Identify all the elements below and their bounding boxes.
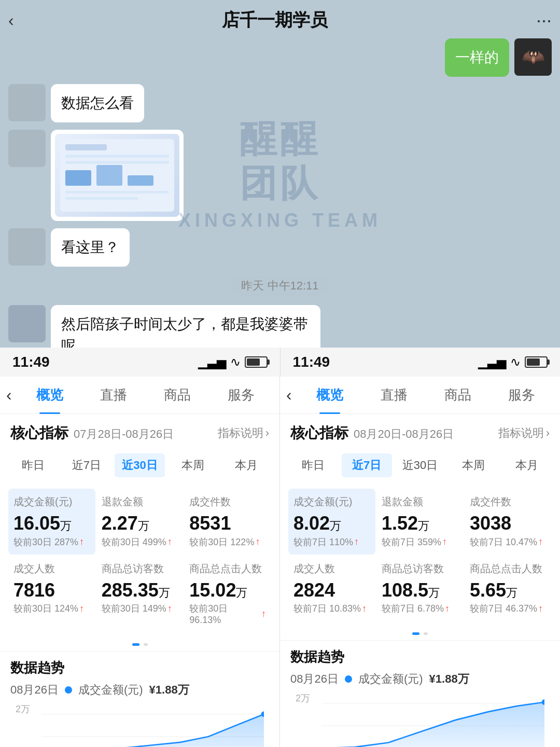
trend-section-left: 数据趋势 08月26日 成交金额(元) ¥1.88万 2万 1.6万 (0, 651, 279, 747)
svg-rect-5 (96, 165, 122, 186)
trend-row-left: 08月26日 成交金额(元) ¥1.88万 (10, 682, 269, 698)
date-btn-30days-left[interactable]: 近30日 (115, 453, 165, 477)
metric-cell-visitors-left: 商品总访客数 285.35万 较前30日 149% ↑ (96, 556, 184, 632)
metric-cell-refund-right: 退款金额 1.52万 较前7日 359% ↑ (376, 489, 464, 555)
tab-overview-right[interactable]: 概览 (298, 377, 362, 414)
screenshot-bubble (51, 130, 184, 221)
chart-y-labels-left: 2万 1.6万 (16, 703, 38, 747)
trend-row-right: 08月26日 成交金额(元) ¥1.88万 (290, 671, 550, 687)
time-left: 11:49 (12, 354, 50, 370)
signal-icon: ▁▃▅ (198, 355, 226, 369)
chart-y-labels-right: 2万 1.6万 (296, 692, 318, 747)
back-icon[interactable]: ‹ (8, 11, 14, 30)
panel-header-info: 核心指标 07月28日-08月26日 (10, 423, 174, 443)
status-bar-area: 11:49 ▁▃▅ ∿ 11:49 ▁▃▅ ∿ (0, 348, 560, 377)
trend-date-right: 08月26日 (290, 671, 339, 687)
date-btn-yesterday-left[interactable]: 昨日 (8, 453, 59, 477)
panel-header-left: 核心指标 07月28日-08月26日 指标说明 › (0, 414, 279, 448)
message-bubble: 然后陪孩子时间太少了，都是我婆婆带呢 (51, 305, 320, 348)
dot-inactive-right (424, 632, 428, 635)
metric-cell-gmv-right: 成交金额(元) 8.02万 较前7日 110% ↑ (288, 489, 375, 555)
svg-rect-6 (128, 175, 153, 186)
avatar (8, 84, 46, 121)
battery-icon-r (525, 356, 548, 368)
tab-live-left[interactable]: 直播 (82, 377, 146, 414)
chat-header: ‹ 店千一期学员 ··· (8, 5, 552, 38)
metrics-grid-right: 成交金额(元) 8.02万 较前7日 110% ↑ 退款金额 1.52万 较前7… (280, 482, 560, 627)
trend-dot-left (65, 686, 72, 694)
message-row: 然后陪孩子时间太少了，都是我婆婆带呢 (8, 305, 552, 348)
trend-section-right: 数据趋势 08月26日 成交金额(元) ¥1.88万 2万 1.6万 (280, 640, 560, 747)
left-panel: ‹ 概览 直播 商品 服务 核心指标 07月28日-08月26日 指标说明 › … (0, 377, 280, 747)
metric-value: 16.05万 (13, 513, 90, 534)
tab-bar-right: ‹ 概览 直播 商品 服务 (280, 377, 560, 414)
metric-cell-visitors-right: 商品总访客数 108.5万 较前7日 6.78% ↑ (376, 556, 464, 621)
panel-link-right[interactable]: 指标说明 › (498, 425, 550, 441)
metric-cell-gmv-left: 成交金额(元) 16.05万 较前30日 287% ↑ (8, 489, 95, 555)
chart-area-right: 2万 1.6万 (290, 692, 550, 747)
metric-cell-orders-left: 成交件数 8531 较前30日 122% ↑ (184, 489, 271, 555)
tab-service-left[interactable]: 服务 (209, 377, 273, 414)
svg-rect-1 (65, 144, 107, 150)
metric-cell-clicks-left: 商品总点击人数 15.02万 较前30日 96.13% ↑ (184, 556, 271, 632)
panel-link-left[interactable]: 指标说明 › (218, 425, 269, 441)
screenshot-thumb (55, 134, 179, 217)
avatar: 🦇 (514, 38, 552, 76)
tab-bar-left: ‹ 概览 直播 商品 服务 (0, 377, 279, 414)
trend-title-right: 数据趋势 (290, 648, 550, 666)
right-panel: ‹ 概览 直播 商品 服务 核心指标 08月20日-08月26日 指标说明 › … (280, 377, 560, 747)
date-btn-30days-right[interactable]: 近30日 (395, 453, 445, 477)
trend-title-left: 数据趋势 (10, 659, 269, 677)
date-filter-right: 昨日 近7日 近30日 本周 本月 (280, 448, 560, 482)
metric-cell-refund-left: 退款金额 2.27万 较前30日 499% ↑ (96, 489, 184, 555)
back-icon-right[interactable]: ‹ (286, 385, 298, 405)
timestamp: 昨天 中午12:11 (231, 276, 329, 296)
trend-date-left: 08月26日 (10, 682, 59, 698)
date-btn-month-right[interactable]: 本月 (501, 453, 552, 477)
status-icons-left: ▁▃▅ ∿ (198, 355, 268, 369)
metric-cell-clicks-right: 商品总点击人数 5.65万 较前7日 46.37% ↑ (465, 556, 552, 621)
metrics-grid-left: 成交金额(元) 16.05万 较前30日 287% ↑ 退款金额 2.27万 较… (0, 482, 279, 638)
tab-service-right[interactable]: 服务 (490, 377, 554, 414)
date-btn-month-left[interactable]: 本月 (221, 453, 271, 477)
svg-rect-8 (65, 197, 138, 200)
status-bar-left: 11:49 ▁▃▅ ∿ (0, 348, 280, 377)
back-icon-left[interactable]: ‹ (6, 385, 18, 405)
avatar (8, 130, 46, 167)
more-icon[interactable]: ··· (536, 9, 552, 31)
tab-goods-right[interactable]: 商品 (426, 377, 489, 414)
date-btn-week-right[interactable]: 本周 (448, 453, 498, 477)
dot-inactive (144, 643, 148, 646)
chart-area-left: 2万 1.6万 (10, 703, 269, 747)
panel-header-right: 核心指标 08月20日-08月26日 指标说明 › (280, 414, 560, 448)
message-row (8, 130, 552, 221)
signal-icon-r: ▁▃▅ (478, 355, 506, 369)
message-row: 看这里？ (8, 228, 552, 267)
date-btn-week-left[interactable]: 本周 (168, 453, 218, 477)
pagination-left (0, 638, 279, 651)
tab-live-right[interactable]: 直播 (362, 377, 426, 414)
svg-rect-7 (65, 191, 169, 193)
timestamp-row: 昨天 中午12:11 (8, 276, 552, 296)
avatar (8, 228, 46, 266)
tab-goods-left[interactable]: 商品 (146, 377, 209, 414)
wifi-icon-r: ∿ (510, 355, 521, 369)
tab-overview-left[interactable]: 概览 (18, 377, 82, 414)
dot-active-right (412, 632, 419, 635)
date-btn-7days-left[interactable]: 近7日 (62, 453, 112, 477)
date-filter-left: 昨日 近7日 近30日 本周 本月 (0, 448, 279, 482)
trend-dot-right (345, 675, 352, 683)
dot-active (132, 643, 139, 646)
chart-line-right (321, 692, 544, 747)
wifi-icon: ∿ (230, 355, 241, 369)
date-btn-7days-right[interactable]: 近7日 (342, 453, 392, 477)
date-btn-yesterday-right[interactable]: 昨日 (288, 453, 339, 477)
metric-change: 较前30日 287% ↑ (13, 536, 90, 548)
svg-rect-4 (65, 170, 91, 186)
message-bubble: 一样的 (445, 38, 509, 77)
time-right: 11:49 (293, 354, 330, 370)
chat-area: 醒醒团队 XINGXING TEAM ‹ 店千一期学员 ··· 🦇 一样的 数据… (0, 0, 560, 348)
dual-panel: ‹ 概览 直播 商品 服务 核心指标 07月28日-08月26日 指标说明 › … (0, 377, 560, 747)
panel-title-right: 核心指标 (290, 423, 348, 443)
battery-icon (245, 356, 268, 368)
